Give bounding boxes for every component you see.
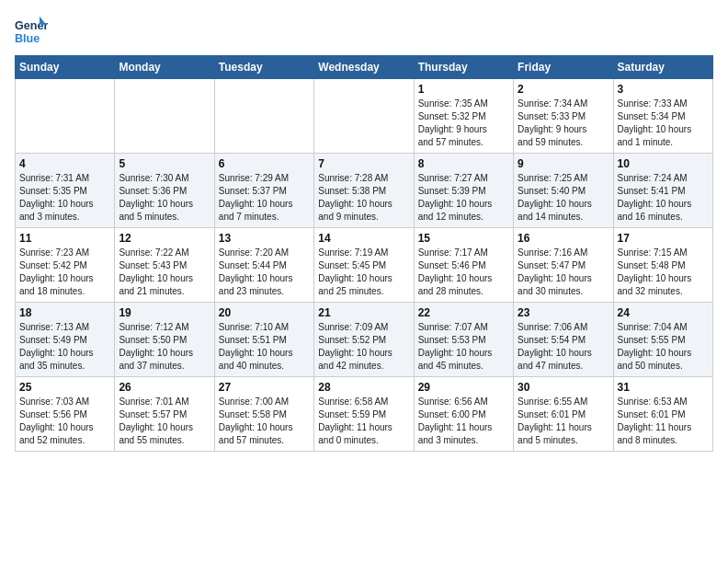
day-cell: 17Sunrise: 7:15 AM Sunset: 5:48 PM Dayli…	[613, 228, 712, 303]
day-number: 29	[418, 381, 509, 394]
day-cell: 11Sunrise: 7:23 AM Sunset: 5:42 PM Dayli…	[16, 228, 115, 303]
day-cell	[214, 79, 313, 154]
day-number: 5	[119, 157, 210, 170]
day-cell: 6Sunrise: 7:29 AM Sunset: 5:37 PM Daylig…	[214, 154, 313, 228]
day-number: 18	[19, 306, 110, 319]
day-number: 8	[418, 157, 509, 170]
day-number: 19	[119, 306, 210, 319]
day-number: 22	[418, 306, 509, 319]
day-info: Sunrise: 7:34 AM Sunset: 5:33 PM Dayligh…	[518, 98, 609, 149]
day-cell: 16Sunrise: 7:16 AM Sunset: 5:47 PM Dayli…	[514, 228, 613, 303]
day-number: 26	[119, 381, 210, 394]
day-number: 17	[618, 232, 709, 245]
column-header-thursday: Thursday	[414, 56, 513, 79]
day-number: 11	[19, 232, 110, 245]
day-cell: 21Sunrise: 7:09 AM Sunset: 5:52 PM Dayli…	[314, 303, 414, 377]
logo: General Blue	[15, 15, 51, 48]
day-info: Sunrise: 7:00 AM Sunset: 5:58 PM Dayligh…	[219, 396, 310, 447]
logo-icon: General Blue	[15, 15, 48, 48]
week-row-3: 11Sunrise: 7:23 AM Sunset: 5:42 PM Dayli…	[16, 228, 713, 303]
day-cell	[314, 79, 414, 154]
day-info: Sunrise: 6:58 AM Sunset: 5:59 PM Dayligh…	[318, 396, 409, 447]
day-number: 27	[219, 381, 310, 394]
day-number: 6	[219, 157, 310, 170]
day-number: 20	[219, 306, 310, 319]
day-number: 30	[518, 381, 609, 394]
week-row-2: 4Sunrise: 7:31 AM Sunset: 5:35 PM Daylig…	[16, 154, 713, 228]
day-number: 15	[418, 232, 509, 245]
column-header-monday: Monday	[115, 56, 214, 79]
day-info: Sunrise: 7:23 AM Sunset: 5:42 PM Dayligh…	[19, 247, 110, 298]
column-header-wednesday: Wednesday	[314, 56, 414, 79]
day-info: Sunrise: 6:56 AM Sunset: 6:00 PM Dayligh…	[418, 396, 509, 447]
day-info: Sunrise: 7:29 AM Sunset: 5:37 PM Dayligh…	[219, 172, 310, 224]
day-info: Sunrise: 7:16 AM Sunset: 5:47 PM Dayligh…	[518, 247, 609, 298]
day-info: Sunrise: 7:30 AM Sunset: 5:36 PM Dayligh…	[119, 172, 210, 224]
day-info: Sunrise: 7:33 AM Sunset: 5:34 PM Dayligh…	[618, 98, 709, 149]
day-cell: 8Sunrise: 7:27 AM Sunset: 5:39 PM Daylig…	[414, 154, 513, 228]
day-cell: 4Sunrise: 7:31 AM Sunset: 5:35 PM Daylig…	[16, 154, 115, 228]
day-cell: 14Sunrise: 7:19 AM Sunset: 5:45 PM Dayli…	[314, 228, 414, 303]
calendar: SundayMondayTuesdayWednesdayThursdayFrid…	[15, 55, 713, 452]
day-cell: 29Sunrise: 6:56 AM Sunset: 6:00 PM Dayli…	[414, 377, 513, 452]
day-cell: 23Sunrise: 7:06 AM Sunset: 5:54 PM Dayli…	[514, 303, 613, 377]
day-cell: 19Sunrise: 7:12 AM Sunset: 5:50 PM Dayli…	[115, 303, 214, 377]
day-cell: 7Sunrise: 7:28 AM Sunset: 5:38 PM Daylig…	[314, 154, 414, 228]
day-cell	[16, 79, 115, 154]
day-info: Sunrise: 6:55 AM Sunset: 6:01 PM Dayligh…	[518, 396, 609, 447]
day-info: Sunrise: 7:09 AM Sunset: 5:52 PM Dayligh…	[318, 321, 409, 373]
column-header-friday: Friday	[514, 56, 613, 79]
day-cell: 13Sunrise: 7:20 AM Sunset: 5:44 PM Dayli…	[214, 228, 313, 303]
day-number: 4	[19, 157, 110, 170]
day-cell: 27Sunrise: 7:00 AM Sunset: 5:58 PM Dayli…	[214, 377, 313, 452]
svg-text:Blue: Blue	[15, 32, 40, 45]
day-cell	[115, 79, 214, 154]
day-number: 7	[318, 157, 409, 170]
day-info: Sunrise: 7:31 AM Sunset: 5:35 PM Dayligh…	[19, 172, 110, 224]
day-cell: 24Sunrise: 7:04 AM Sunset: 5:55 PM Dayli…	[613, 303, 712, 377]
day-cell: 12Sunrise: 7:22 AM Sunset: 5:43 PM Dayli…	[115, 228, 214, 303]
day-number: 13	[219, 232, 310, 245]
day-number: 10	[618, 157, 709, 170]
day-number: 16	[518, 232, 609, 245]
day-info: Sunrise: 7:15 AM Sunset: 5:48 PM Dayligh…	[618, 247, 709, 298]
day-info: Sunrise: 7:12 AM Sunset: 5:50 PM Dayligh…	[119, 321, 210, 373]
day-cell: 5Sunrise: 7:30 AM Sunset: 5:36 PM Daylig…	[115, 154, 214, 228]
day-number: 21	[318, 306, 409, 319]
day-cell: 10Sunrise: 7:24 AM Sunset: 5:41 PM Dayli…	[613, 154, 712, 228]
day-cell: 3Sunrise: 7:33 AM Sunset: 5:34 PM Daylig…	[613, 79, 712, 154]
day-cell: 31Sunrise: 6:53 AM Sunset: 6:01 PM Dayli…	[613, 377, 712, 452]
day-number: 23	[518, 306, 609, 319]
day-cell: 22Sunrise: 7:07 AM Sunset: 5:53 PM Dayli…	[414, 303, 513, 377]
day-info: Sunrise: 7:03 AM Sunset: 5:56 PM Dayligh…	[19, 396, 110, 447]
day-cell: 30Sunrise: 6:55 AM Sunset: 6:01 PM Dayli…	[514, 377, 613, 452]
day-info: Sunrise: 7:25 AM Sunset: 5:40 PM Dayligh…	[518, 172, 609, 224]
day-info: Sunrise: 7:04 AM Sunset: 5:55 PM Dayligh…	[618, 321, 709, 373]
column-header-saturday: Saturday	[613, 56, 712, 79]
day-info: Sunrise: 7:27 AM Sunset: 5:39 PM Dayligh…	[418, 172, 509, 224]
day-cell: 20Sunrise: 7:10 AM Sunset: 5:51 PM Dayli…	[214, 303, 313, 377]
day-number: 1	[418, 83, 509, 96]
week-row-1: 1Sunrise: 7:35 AM Sunset: 5:32 PM Daylig…	[16, 79, 713, 154]
day-info: Sunrise: 6:53 AM Sunset: 6:01 PM Dayligh…	[618, 396, 709, 447]
day-number: 31	[618, 381, 709, 394]
day-number: 3	[618, 83, 709, 96]
day-info: Sunrise: 7:07 AM Sunset: 5:53 PM Dayligh…	[418, 321, 509, 373]
day-info: Sunrise: 7:24 AM Sunset: 5:41 PM Dayligh…	[618, 172, 709, 224]
week-row-5: 25Sunrise: 7:03 AM Sunset: 5:56 PM Dayli…	[16, 377, 713, 452]
day-number: 12	[119, 232, 210, 245]
column-header-sunday: Sunday	[16, 56, 115, 79]
day-cell: 18Sunrise: 7:13 AM Sunset: 5:49 PM Dayli…	[16, 303, 115, 377]
day-cell: 26Sunrise: 7:01 AM Sunset: 5:57 PM Dayli…	[115, 377, 214, 452]
day-number: 28	[318, 381, 409, 394]
week-row-4: 18Sunrise: 7:13 AM Sunset: 5:49 PM Dayli…	[16, 303, 713, 377]
day-number: 2	[518, 83, 609, 96]
column-header-tuesday: Tuesday	[214, 56, 313, 79]
day-info: Sunrise: 7:20 AM Sunset: 5:44 PM Dayligh…	[219, 247, 310, 298]
day-info: Sunrise: 7:22 AM Sunset: 5:43 PM Dayligh…	[119, 247, 210, 298]
day-info: Sunrise: 7:01 AM Sunset: 5:57 PM Dayligh…	[119, 396, 210, 447]
day-cell: 9Sunrise: 7:25 AM Sunset: 5:40 PM Daylig…	[514, 154, 613, 228]
day-cell: 2Sunrise: 7:34 AM Sunset: 5:33 PM Daylig…	[514, 79, 613, 154]
day-number: 25	[19, 381, 110, 394]
day-cell: 15Sunrise: 7:17 AM Sunset: 5:46 PM Dayli…	[414, 228, 513, 303]
